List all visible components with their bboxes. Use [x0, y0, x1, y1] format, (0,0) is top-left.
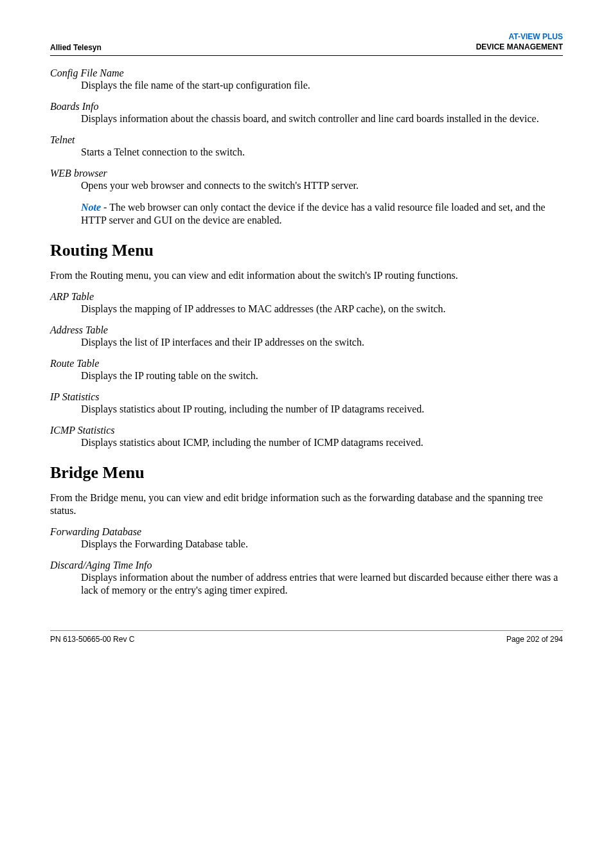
desc-address-table: Displays the list of IP interfaces and t… — [81, 336, 563, 349]
heading-bridge-menu: Bridge Menu — [50, 463, 563, 483]
term-address-table: Address Table — [50, 324, 563, 336]
desc-forwarding-database: Displays the Forwarding Database table. — [81, 538, 563, 551]
footer-divider — [50, 630, 563, 631]
desc-telnet: Starts a Telnet connection to the switch… — [81, 146, 563, 159]
header-left: Allied Telesyn — [50, 43, 102, 52]
page-footer: PN 613-50665-00 Rev C Page 202 of 294 — [50, 635, 563, 644]
term-telnet: Telnet — [50, 134, 563, 146]
heading-routing-menu: Routing Menu — [50, 241, 563, 260]
intro-bridge: From the Bridge menu, you can view and e… — [50, 492, 563, 517]
term-route-table: Route Table — [50, 358, 563, 369]
header-divider — [50, 55, 563, 56]
note-text: - The web browser can only contact the d… — [81, 202, 546, 226]
term-forwarding-database: Forwarding Database — [50, 526, 563, 538]
section-name: DEVICE MANAGEMENT — [476, 42, 563, 53]
desc-ip-statistics: Displays statistics about IP routing, in… — [81, 403, 563, 416]
term-config-file-name: Config File Name — [50, 67, 563, 79]
intro-routing: From the Routing menu, you can view and … — [50, 269, 563, 282]
note-label: Note — [81, 202, 101, 213]
term-web-browser: WEB browser — [50, 168, 563, 179]
desc-config-file-name: Displays the file name of the start-up c… — [81, 79, 563, 92]
desc-arp-table: Displays the mapping of IP addresses to … — [81, 303, 563, 315]
product-name: AT-VIEW PLUS — [476, 32, 563, 42]
header-right: AT-VIEW PLUS DEVICE MANAGEMENT — [476, 32, 563, 52]
page-header: Allied Telesyn AT-VIEW PLUS DEVICE MANAG… — [50, 32, 563, 55]
term-arp-table: ARP Table — [50, 291, 563, 303]
desc-web-browser: Opens your web browser and connects to t… — [81, 179, 563, 192]
desc-discard-aging: Displays information about the number of… — [81, 571, 563, 597]
term-icmp-statistics: ICMP Statistics — [50, 425, 563, 436]
term-ip-statistics: IP Statistics — [50, 391, 563, 403]
desc-icmp-statistics: Displays statistics about ICMP, includin… — [81, 436, 563, 449]
term-boards-info: Boards Info — [50, 101, 563, 112]
desc-boards-info: Displays information about the chassis b… — [81, 112, 563, 125]
term-discard-aging: Discard/Aging Time Info — [50, 560, 563, 571]
footer-part-number: PN 613-50665-00 Rev C — [50, 635, 134, 644]
desc-route-table: Displays the IP routing table on the swi… — [81, 369, 563, 382]
footer-page-number: Page 202 of 294 — [506, 635, 563, 644]
note-web-browser: Note - The web browser can only contact … — [81, 201, 563, 227]
